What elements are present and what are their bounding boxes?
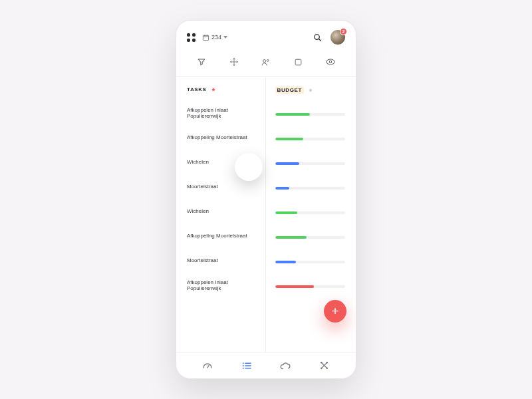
tool-row <box>176 51 356 76</box>
tools-icon <box>319 360 330 371</box>
users-icon <box>261 57 271 67</box>
budget-row[interactable] <box>275 176 346 200</box>
task-row[interactable]: Afkoppeling Moortelstraat <box>187 223 257 248</box>
svg-line-5 <box>319 39 321 41</box>
progress-bar <box>275 138 346 140</box>
task-name: Afkoppelen Inlaat Populierenwijk <box>187 279 257 291</box>
task-row[interactable]: Moortelstraat <box>187 248 257 273</box>
task-row[interactable]: Afkoppelen Inlaat Populierenwijk <box>187 100 257 125</box>
svg-point-9 <box>329 61 331 63</box>
drag-knob[interactable] <box>235 153 263 181</box>
svg-point-20 <box>327 367 329 369</box>
progress-bar <box>275 285 346 288</box>
budget-row[interactable] <box>275 200 346 225</box>
nav-tools[interactable] <box>317 358 332 373</box>
task-name: Moortelstraat <box>187 184 218 190</box>
list-icon <box>241 360 253 372</box>
budget-header[interactable]: BUDGET <box>275 86 346 94</box>
budget-label: BUDGET <box>275 86 304 94</box>
budget-row[interactable] <box>275 151 346 176</box>
progress-bar <box>275 236 346 239</box>
svg-point-6 <box>263 59 266 62</box>
svg-point-16 <box>243 367 244 368</box>
svg-point-14 <box>243 362 244 364</box>
eye-icon <box>325 57 336 67</box>
top-bar-left: 234 <box>187 33 227 42</box>
date-count: 234 <box>211 34 221 41</box>
budget-row[interactable] <box>275 249 346 274</box>
funnel-icon <box>197 57 206 66</box>
svg-rect-0 <box>203 35 208 40</box>
progress-bar <box>275 113 346 116</box>
budget-row[interactable] <box>275 274 346 299</box>
bottom-nav <box>176 352 356 378</box>
tool-stop[interactable] <box>291 55 305 68</box>
move-icon <box>229 57 239 66</box>
task-name: Moortelstraat <box>187 257 218 263</box>
calendar-icon <box>202 34 209 41</box>
pin-icon <box>211 87 216 92</box>
cloud-icon <box>279 360 291 372</box>
nav-list[interactable] <box>239 358 254 373</box>
apps-icon[interactable] <box>187 33 196 42</box>
progress-bar <box>275 261 346 263</box>
budget-row[interactable] <box>275 126 346 151</box>
tasks-label: TASKS <box>187 86 207 92</box>
task-row[interactable]: Afkoppeling Moortelstraat <box>187 125 257 150</box>
tool-team[interactable] <box>259 55 273 68</box>
tasks-column: TASKS Afkoppelen Inlaat PopulierenwijkAf… <box>176 77 265 352</box>
svg-line-10 <box>207 365 209 368</box>
add-button[interactable]: + <box>324 300 346 323</box>
task-row[interactable]: Wichelen <box>187 199 257 223</box>
top-bar: 234 2 <box>176 21 356 51</box>
avatar[interactable]: 2 <box>331 30 345 45</box>
pin-icon <box>308 88 313 93</box>
gauge-icon <box>201 360 213 372</box>
app-frame: 234 2 <box>176 20 356 379</box>
progress-bar <box>275 162 346 165</box>
tool-filter[interactable] <box>195 55 208 68</box>
columns: TASKS Afkoppelen Inlaat PopulierenwijkAf… <box>176 77 356 352</box>
notification-badge: 2 <box>340 28 347 35</box>
task-name: Afkoppeling Moortelstraat <box>187 233 247 239</box>
svg-point-15 <box>243 365 244 366</box>
chevron-down-icon <box>223 36 227 39</box>
search-button[interactable] <box>312 32 323 43</box>
nav-dashboard[interactable] <box>200 358 215 373</box>
nav-cloud[interactable] <box>278 358 293 373</box>
date-picker[interactable]: 234 <box>202 34 227 41</box>
budget-row[interactable] <box>275 225 346 249</box>
task-name: Afkoppeling Moortelstraat <box>187 134 247 140</box>
svg-rect-8 <box>295 59 301 65</box>
svg-point-17 <box>321 362 323 364</box>
task-name: Wichelen <box>187 208 209 214</box>
progress-bar <box>275 211 346 214</box>
svg-point-18 <box>327 362 329 364</box>
budget-row[interactable] <box>275 102 346 126</box>
plus-icon: + <box>332 305 339 319</box>
task-row[interactable]: Afkoppelen Inlaat Populierenwijk <box>187 273 257 297</box>
svg-point-19 <box>321 367 323 369</box>
task-name: Wichelen <box>187 159 209 165</box>
top-bar-right: 2 <box>312 30 345 45</box>
tool-visibility[interactable] <box>324 55 337 68</box>
search-icon <box>313 33 323 43</box>
progress-bar <box>275 187 346 190</box>
tasks-header[interactable]: TASKS <box>187 86 257 92</box>
square-icon <box>294 58 303 66</box>
svg-point-7 <box>267 59 269 61</box>
task-name: Afkoppelen Inlaat Populierenwijk <box>187 107 257 119</box>
tool-move[interactable] <box>227 55 241 68</box>
